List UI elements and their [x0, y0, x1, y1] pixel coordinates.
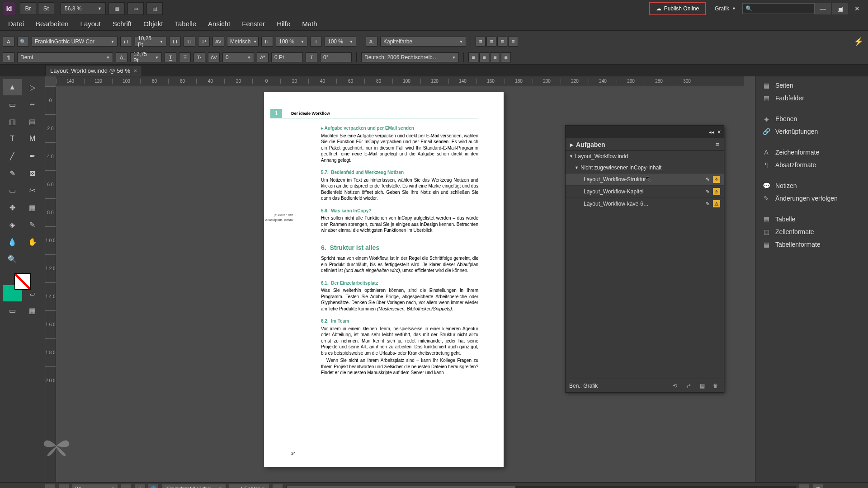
baseline-field[interactable]: 0 Pt	[271, 52, 303, 62]
gradient-feather-tool[interactable]: ◈	[3, 216, 22, 233]
menu-hilfe[interactable]: Hilfe	[271, 18, 296, 29]
view-options-button[interactable]: ▦	[108, 2, 125, 15]
direct-selection-tool[interactable]: ▷	[23, 79, 42, 95]
collapse-icon[interactable]: ◂◂	[709, 129, 714, 135]
paragraph-mode-icon[interactable]: ¶	[3, 52, 14, 62]
gap-tool[interactable]: ↔	[23, 96, 42, 113]
scroll-left-button[interactable]: ◂	[273, 484, 283, 488]
quick-apply-icon[interactable]: ⚡	[852, 33, 865, 51]
justify-all-button[interactable]: ≡	[501, 52, 511, 62]
next-page-button[interactable]: ▸	[121, 484, 131, 488]
tree-group[interactable]: ▼ Nicht zugewiesener InCopy-Inhalt	[566, 162, 724, 174]
allcaps-button[interactable]: TT	[169, 37, 181, 47]
dock-verknuepfungen[interactable]: 🔗Verknüpfungen	[755, 125, 868, 138]
panel-menu-icon[interactable]: ≡	[716, 141, 719, 148]
tracking-field[interactable]: 0▼	[222, 52, 254, 62]
last-page-button[interactable]: ▸|	[135, 484, 145, 488]
dock-absatzformate[interactable]: ¶Absatzformate	[755, 159, 868, 171]
dock-zellenformate[interactable]: ▦Zellenformate	[755, 225, 868, 238]
menu-ansicht[interactable]: Ansicht	[203, 18, 236, 29]
split-view-button[interactable]: ▦	[813, 484, 823, 488]
vertical-ruler[interactable]: 02 04 06 08 01 0 01 2 01 4 01 6 01 8 02 …	[45, 86, 56, 482]
arrange-button[interactable]: ▤	[146, 2, 163, 15]
fill-swatch[interactable]	[14, 273, 31, 290]
update-icon[interactable]: ⇄	[684, 381, 693, 390]
canvas[interactable]: 1 Der ideale Workflow je klarer der Abla…	[56, 86, 744, 482]
kerning-dropdown[interactable]: Metrisch▼	[227, 37, 259, 47]
stock-button[interactable]: St	[38, 2, 54, 15]
font-family-dropdown[interactable]: FranklinGothic URW Cor▼	[32, 37, 118, 47]
align-right-button[interactable]: ≡	[497, 37, 507, 47]
page-field[interactable]: 24▼	[72, 484, 118, 488]
selection-tool[interactable]: ▲	[3, 79, 22, 95]
dock-seiten[interactable]: ▦Seiten	[755, 79, 868, 92]
font-style-dropdown[interactable]: Demi▼	[17, 52, 113, 62]
screen-mode-button[interactable]: ▭	[127, 2, 144, 15]
dock-aenderungen[interactable]: ✎Änderungen verfolgen	[755, 192, 868, 205]
zoom-tool[interactable]: 🔍	[3, 251, 22, 267]
bridge-button[interactable]: Br	[20, 2, 36, 15]
first-page-button[interactable]: |◂	[45, 484, 55, 488]
preview-button[interactable]: ▦	[23, 302, 42, 319]
menu-layout[interactable]: Layout	[75, 18, 106, 29]
align-justify-button[interactable]: ≡	[508, 37, 518, 47]
tree-root[interactable]: ▼ Layout_Workflow.indd	[566, 151, 724, 162]
menu-fenster[interactable]: Fenster	[236, 18, 270, 29]
rectangle-tool[interactable]: ▭	[3, 182, 22, 198]
menu-bearbeiten[interactable]: Bearbeiten	[30, 18, 74, 29]
dock-notizen[interactable]: 💬Notizen	[755, 179, 868, 192]
dock-tabelle[interactable]: ▦Tabelle	[755, 213, 868, 225]
hand-tool[interactable]: ✋	[23, 234, 42, 250]
justify-left-button[interactable]: ≡	[468, 52, 478, 62]
superscript-button[interactable]: T¹	[198, 37, 210, 47]
preflight-profile-dropdown[interactable]: [Grundprofil] (Arbei…▼	[162, 484, 226, 488]
dock-tabellenformate[interactable]: ▦Tabellenformate	[755, 238, 868, 251]
pencil-tool[interactable]: ✎	[3, 165, 22, 181]
strike-button[interactable]: T̶	[179, 52, 191, 62]
gradient-tool[interactable]: ▦	[23, 199, 42, 216]
menu-datei[interactable]: Datei	[3, 18, 29, 29]
search-icon[interactable]: 🔍	[17, 37, 29, 47]
open-icon[interactable]: 🌐	[148, 484, 158, 488]
scroll-right-button[interactable]: ▸	[799, 484, 809, 488]
refresh-icon[interactable]: ⟲	[670, 381, 679, 390]
dock-farbfelder[interactable]: ▦Farbfelder	[755, 92, 868, 104]
leading-field[interactable]: 12,75 Pt▼	[130, 52, 162, 62]
char-style-dropdown[interactable]: Kapitelfarbe▼	[380, 37, 466, 47]
prev-page-button[interactable]: ◂	[59, 484, 69, 488]
type-tool[interactable]: T	[3, 131, 22, 147]
tree-item[interactable]: Layout_Workflow-kave-6… ✎ ⚠	[566, 198, 724, 210]
zoom-dropdown[interactable]: 56,3 % ▼	[61, 2, 106, 15]
pen-tool[interactable]: ✒	[23, 148, 42, 164]
horizontal-ruler[interactable]: 1401201008060402002040608010012014016018…	[56, 76, 744, 86]
close-icon[interactable]: ✕	[717, 129, 721, 135]
close-icon[interactable]: ×	[134, 68, 137, 74]
align-center-button[interactable]: ≡	[486, 37, 496, 47]
document-tab[interactable]: Layout_Workflow.indd @ 56 % ×	[45, 65, 142, 76]
content-placer-tool[interactable]: ▤	[23, 113, 42, 130]
font-size-field[interactable]: 10,25 Pt▼	[135, 37, 166, 47]
menu-math[interactable]: Math	[297, 18, 322, 29]
line-tool[interactable]: ╱	[3, 148, 22, 164]
skew-field[interactable]: 0°	[320, 52, 352, 62]
menu-tabelle[interactable]: Tabelle	[170, 18, 202, 29]
smallcaps-button[interactable]: Tᴛ	[184, 37, 195, 47]
tree-item[interactable]: Layout_Workflow-Struktur i ✎ ⚠	[566, 174, 724, 186]
vscale-field[interactable]: 100 %▼	[276, 37, 307, 47]
free-transform-tool[interactable]: ✥	[3, 199, 22, 216]
align-left-button[interactable]: ≡	[476, 37, 486, 47]
content-collector-tool[interactable]: ▥	[3, 113, 22, 130]
rectangle-frame-tool[interactable]: ⊠	[23, 165, 42, 181]
justify-center-button[interactable]: ≡	[479, 52, 489, 62]
publish-online-button[interactable]: ☁ Publish Online	[649, 2, 706, 15]
workspace-dropdown[interactable]: Grafik ▼	[715, 5, 736, 12]
language-dropdown[interactable]: Deutsch: 2006 Rechtschreib…▼	[361, 52, 459, 62]
document-page[interactable]: 1 Der ideale Workflow je klarer der Abla…	[264, 92, 504, 467]
character-mode-icon[interactable]: A	[3, 37, 14, 47]
trash-icon[interactable]: 🗑	[711, 381, 720, 390]
menu-objekt[interactable]: Objekt	[138, 18, 168, 29]
type-path-tool[interactable]: M	[23, 131, 42, 147]
dock-zeichenformate[interactable]: AZeichenformate	[755, 146, 868, 159]
page-tool[interactable]: ▭	[3, 96, 22, 113]
horizontal-scrollbar[interactable]	[286, 486, 796, 488]
